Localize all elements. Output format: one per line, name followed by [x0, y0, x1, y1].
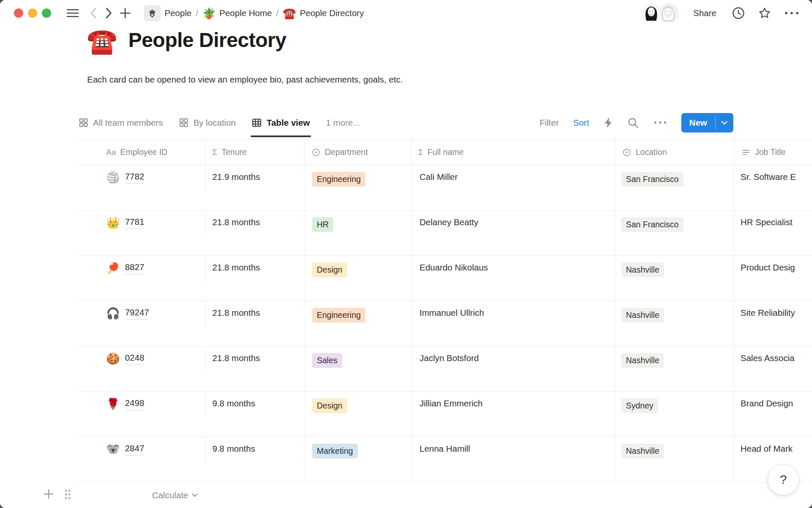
- department-cell[interactable]: Engineering: [304, 165, 411, 210]
- job-title-cell[interactable]: Site Reliability: [735, 301, 812, 346]
- sidebar-menu-button[interactable]: [66, 8, 79, 18]
- breadcrumb-item-people[interactable]: People: [136, 5, 192, 21]
- department-cell[interactable]: Design: [304, 392, 411, 436]
- employee-id-link[interactable]: 7782: [125, 171, 144, 184]
- employee-id-cell[interactable]: 🏓 8827: [78, 256, 206, 282]
- full-name-cell[interactable]: Immanuel Ullrich: [411, 301, 615, 346]
- full-name-cell[interactable]: Jaclyn Botsford: [411, 346, 615, 391]
- table-row[interactable]: 🌹 2498 9.8 months Design Jillian Emmeric…: [78, 392, 812, 437]
- employee-id-cell[interactable]: 🐨 2847: [78, 437, 206, 463]
- share-button[interactable]: Share: [691, 8, 719, 19]
- location-tag[interactable]: Nashville: [621, 353, 664, 368]
- column-header-location[interactable]: Location: [615, 140, 735, 165]
- full-name-cell[interactable]: Cali Miller: [411, 165, 615, 210]
- employee-id-link[interactable]: 2847: [125, 443, 144, 456]
- page-options-button[interactable]: [784, 11, 799, 15]
- filter-button[interactable]: Filter: [540, 118, 559, 128]
- location-tag[interactable]: San Francisco: [621, 172, 683, 187]
- column-header-department[interactable]: Department: [304, 140, 411, 165]
- column-header-employee-id[interactable]: Aa Employee ID: [78, 140, 206, 165]
- location-tag[interactable]: Nashville: [621, 262, 664, 277]
- tenure-cell[interactable]: 9.8 months: [206, 437, 304, 482]
- page-telephone-icon[interactable]: ☎️: [87, 29, 117, 53]
- department-tag[interactable]: Design: [312, 398, 347, 413]
- new-button[interactable]: New: [681, 113, 715, 133]
- employee-id-link[interactable]: 79247: [125, 307, 149, 320]
- employee-id-link[interactable]: 2498: [125, 398, 144, 410]
- breadcrumb-item-people-home[interactable]: 🪴 People Home: [203, 8, 272, 19]
- employee-id-cell[interactable]: 🎧 79247: [78, 301, 206, 327]
- tenure-cell[interactable]: 21.8 months: [206, 301, 304, 346]
- department-tag[interactable]: HR: [312, 217, 333, 232]
- sort-button[interactable]: Sort: [573, 118, 589, 128]
- location-cell[interactable]: Sydney: [615, 392, 735, 436]
- automations-button[interactable]: [604, 117, 613, 129]
- department-tag[interactable]: Design: [312, 262, 347, 277]
- tab-by-location[interactable]: By location: [178, 106, 236, 139]
- location-tag[interactable]: Nashville: [621, 444, 664, 458]
- location-tag[interactable]: Nashville: [621, 308, 664, 323]
- employee-id-cell[interactable]: 🍪 0248: [78, 346, 206, 373]
- employee-id-link[interactable]: 0248: [125, 352, 144, 365]
- location-cell[interactable]: San Francisco: [615, 165, 735, 210]
- table-row[interactable]: 🎧 79247 21.8 months Engineering Immanuel…: [78, 301, 812, 346]
- department-cell[interactable]: Sales: [304, 346, 411, 391]
- full-name-cell[interactable]: Eduardo Nikolaus: [411, 256, 615, 301]
- new-dropdown-button[interactable]: [716, 113, 733, 133]
- employee-id-cell[interactable]: 🌹 2498: [78, 392, 206, 418]
- department-tag[interactable]: Sales: [312, 353, 342, 368]
- employee-id-link[interactable]: 8827: [125, 262, 144, 274]
- add-row-button[interactable]: [43, 489, 54, 500]
- employee-id-link[interactable]: 7781: [125, 216, 144, 229]
- table-row[interactable]: 🐨 2847 9.8 months Marketing Lenna Hamill…: [78, 437, 812, 482]
- calculate-button[interactable]: Calculate: [78, 482, 206, 508]
- department-cell[interactable]: Engineering: [304, 301, 411, 346]
- column-header-tenure[interactable]: Σ Tenure: [206, 140, 304, 165]
- help-button[interactable]: ?: [768, 464, 799, 495]
- tenure-cell[interactable]: 21.8 months: [206, 256, 304, 301]
- tab-more-views[interactable]: 1 more...: [325, 106, 361, 139]
- column-header-full-name[interactable]: Σ Full name: [411, 140, 615, 165]
- job-title-cell[interactable]: Product Desig: [735, 256, 812, 301]
- department-tag[interactable]: Marketing: [312, 444, 358, 458]
- table-row[interactable]: 🏐 7782 21.9 months Engineering Cali Mill…: [78, 165, 812, 210]
- job-title-cell[interactable]: Sales Associa: [735, 346, 812, 391]
- table-row[interactable]: 🏓 8827 21.8 months Design Eduardo Nikola…: [78, 256, 812, 301]
- table-row[interactable]: 👑 7781 21.8 months HR Delaney Beatty San…: [78, 210, 812, 256]
- location-cell[interactable]: Nashville: [615, 301, 735, 346]
- location-tag[interactable]: San Francisco: [621, 217, 683, 232]
- view-options-button[interactable]: [653, 121, 667, 124]
- job-title-cell[interactable]: HR Specialist: [735, 210, 812, 255]
- employee-id-cell[interactable]: 👑 7781: [78, 210, 206, 237]
- tab-table-view[interactable]: Table view: [251, 106, 310, 139]
- history-back-button[interactable]: [90, 7, 97, 19]
- drag-handle[interactable]: [63, 489, 72, 502]
- tenure-cell[interactable]: 21.9 months: [206, 165, 304, 210]
- full-name-cell[interactable]: Delaney Beatty: [411, 210, 615, 255]
- tab-all-team-members[interactable]: All team members: [78, 106, 164, 139]
- full-name-cell[interactable]: Lenna Hamill: [411, 437, 615, 482]
- employee-id-cell[interactable]: 🏐 7782: [78, 165, 206, 191]
- tenure-cell[interactable]: 21.8 months: [206, 210, 304, 255]
- full-name-cell[interactable]: Jillian Emmerich: [411, 392, 615, 436]
- tenure-cell[interactable]: 21.8 months: [206, 346, 304, 391]
- location-cell[interactable]: Nashville: [615, 346, 735, 391]
- department-cell[interactable]: HR: [304, 210, 411, 255]
- favorite-button[interactable]: [758, 6, 771, 20]
- breadcrumb-item-people-directory[interactable]: ☎️ People Directory: [283, 8, 364, 19]
- department-tag[interactable]: Engineering: [312, 172, 365, 187]
- job-title-cell[interactable]: Sr. Software E: [735, 165, 812, 210]
- new-page-button[interactable]: [120, 8, 131, 19]
- history-forward-button[interactable]: [105, 7, 112, 19]
- column-header-job-title[interactable]: Job Title: [735, 140, 812, 165]
- updates-button[interactable]: [732, 6, 745, 20]
- department-cell[interactable]: Marketing: [304, 437, 411, 482]
- tenure-cell[interactable]: 9.8 months: [206, 392, 304, 436]
- collaborator-avatars[interactable]: [642, 3, 680, 24]
- job-title-cell[interactable]: Brand Design: [735, 392, 812, 436]
- zoom-window-button[interactable]: [42, 8, 51, 18]
- close-window-button[interactable]: [14, 8, 23, 18]
- minimize-window-button[interactable]: [28, 8, 37, 18]
- search-view-button[interactable]: [627, 117, 639, 129]
- location-cell[interactable]: San Francisco: [615, 210, 735, 255]
